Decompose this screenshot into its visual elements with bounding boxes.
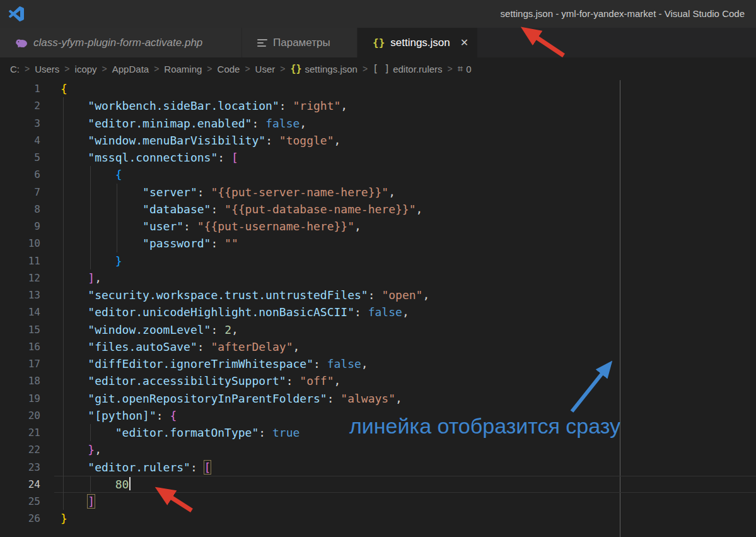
line-number[interactable]: 16 — [0, 338, 40, 355]
breadcrumb-item-appdata[interactable]: AppData — [112, 64, 149, 74]
code-line-8[interactable]: 8 "database": "{{put-database-name-here}… — [0, 201, 756, 218]
code-line-7[interactable]: 7 "server": "{{put-server-name-here}}", — [0, 184, 756, 201]
line-number[interactable]: 3 — [0, 115, 40, 132]
line-number[interactable]: 19 — [0, 390, 40, 407]
code-text: "security.workspace.trust.untrustedFiles… — [61, 286, 429, 304]
line-number[interactable]: 4 — [0, 132, 40, 149]
breadcrumb-item-users[interactable]: Users — [35, 64, 59, 74]
code-line-16[interactable]: 16 "files.autoSave": "afterDelay", — [0, 338, 756, 355]
code-line-3[interactable]: 3 "editor.minimap.enabled": false, — [0, 115, 756, 132]
line-number[interactable]: 23 — [0, 459, 40, 476]
code-text: "workbench.sideBar.location": "right", — [61, 97, 347, 114]
breadcrumb-item-roaming[interactable]: Roaming — [164, 64, 202, 74]
line-number[interactable]: 21 — [0, 424, 40, 441]
line-number[interactable]: 22 — [0, 441, 40, 458]
code-line-22[interactable]: 22 }, — [0, 441, 756, 458]
line-number[interactable]: 13 — [0, 286, 40, 304]
tab-label: settings.json — [390, 37, 450, 49]
breadcrumb-item-code[interactable]: Code — [218, 64, 240, 74]
line-number[interactable]: 18 — [0, 372, 40, 389]
code-line-24[interactable]: 24 80 — [0, 476, 756, 493]
code-line-15[interactable]: 15 "window.zoomLevel": 2, — [0, 321, 756, 338]
breadcrumb-label: settings.json — [305, 64, 358, 74]
code-text: } — [61, 252, 122, 269]
code-line-4[interactable]: 4 "window.menuBarVisibility": "toggle", — [0, 132, 756, 149]
line-number[interactable]: 15 — [0, 321, 40, 338]
line-number[interactable]: 2 — [0, 97, 40, 114]
breadcrumb: C:>Users>icopy>AppData>Roaming>Code>User… — [0, 57, 756, 80]
code-line-13[interactable]: 13 "security.workspace.trust.untrustedFi… — [0, 286, 756, 304]
code-line-17[interactable]: 17 "diffEditor.ignoreTrimWhitespace": fa… — [0, 355, 756, 372]
tab-settings-ui[interactable]: Параметры — [242, 28, 358, 57]
code-line-1[interactable]: 1{ — [0, 80, 756, 97]
line-number[interactable]: 26 — [0, 510, 40, 527]
tab-label: Параметры — [273, 37, 330, 49]
line-number[interactable]: 25 — [0, 493, 40, 510]
code-text: { — [61, 166, 122, 183]
line-number[interactable]: 6 — [0, 166, 40, 183]
chevron-right-icon: > — [280, 64, 285, 74]
line-number[interactable]: 12 — [0, 269, 40, 286]
code-line-5[interactable]: 5 "mssql.connections": [ — [0, 149, 756, 166]
code-line-26[interactable]: 26} — [0, 510, 756, 527]
breadcrumb-item-icopy[interactable]: icopy — [75, 64, 97, 74]
code-line-6[interactable]: 6 { — [0, 166, 756, 183]
chevron-right-icon: > — [448, 64, 453, 74]
close-icon[interactable]: ✕ — [460, 38, 468, 48]
breadcrumb-item-c-[interactable]: C: — [10, 64, 20, 74]
code-editor[interactable]: 1{2 "workbench.sideBar.location": "right… — [0, 80, 756, 537]
code-text: "database": "{{put-database-name-here}}"… — [61, 201, 422, 218]
breadcrumb-label: AppData — [112, 64, 149, 74]
line-number[interactable]: 20 — [0, 407, 40, 424]
breadcrumb-label: icopy — [75, 64, 97, 74]
code-text: "diffEditor.ignoreTrimWhitespace": false… — [61, 355, 368, 372]
vscode-logo-icon — [9, 6, 24, 21]
line-number[interactable]: 24 — [0, 476, 40, 493]
text-cursor — [129, 477, 131, 490]
code-line-20[interactable]: 20 "[python]": { — [0, 407, 756, 424]
line-number[interactable]: 5 — [0, 149, 40, 166]
code-line-2[interactable]: 2 "workbench.sideBar.location": "right", — [0, 97, 756, 114]
code-line-19[interactable]: 19 "git.openRepositoryInParentFolders": … — [0, 390, 756, 407]
line-number[interactable]: 8 — [0, 201, 40, 218]
code-line-23[interactable]: 23 "editor.rulers": [ — [0, 459, 756, 476]
line-number[interactable]: 17 — [0, 355, 40, 372]
tab-label: class-yfym-plugin-form-activate.php — [33, 37, 202, 49]
line-number[interactable]: 1 — [0, 80, 40, 97]
code-text: "editor.accessibilitySupport": "off", — [61, 372, 340, 389]
tab-settings-json[interactable]: {} settings.json ✕ — [358, 28, 478, 57]
code-line-11[interactable]: 11 } — [0, 252, 756, 269]
php-icon — [15, 38, 28, 48]
code-line-21[interactable]: 21 "editor.formatOnType": true — [0, 424, 756, 441]
code-text: "mssql.connections": [ — [61, 149, 238, 166]
code-line-25[interactable]: 25 ] — [0, 493, 756, 510]
breadcrumb-label: User — [255, 64, 276, 74]
code-text: "user": "{{put-username-here}}", — [61, 218, 361, 235]
line-number[interactable]: 7 — [0, 184, 40, 201]
code-line-9[interactable]: 9 "user": "{{put-username-here}}", — [0, 218, 756, 235]
line-number[interactable]: 11 — [0, 252, 40, 269]
tab-class-yfym-plugin-form-activate-php[interactable]: class-yfym-plugin-form-activate.php — [0, 28, 242, 57]
breadcrumb-label: Code — [218, 64, 240, 74]
json-braces-icon: {} — [373, 37, 385, 49]
code-line-14[interactable]: 14 "editor.unicodeHighlight.nonBasicASCI… — [0, 304, 756, 321]
title-bar: settings.json - yml-for-yandex-market - … — [0, 0, 756, 28]
breadcrumb-item-0[interactable]: ⌗0 — [458, 63, 472, 74]
breadcrumb-label: 0 — [466, 64, 471, 74]
line-number[interactable]: 10 — [0, 235, 40, 252]
line-number[interactable]: 9 — [0, 218, 40, 235]
breadcrumb-label: Users — [35, 64, 59, 74]
code-text: ] — [61, 493, 95, 510]
braces-symbol-icon: {} — [290, 63, 301, 74]
code-line-18[interactable]: 18 "editor.accessibilitySupport": "off", — [0, 372, 756, 389]
code-line-12[interactable]: 12 ], — [0, 269, 756, 286]
code-line-10[interactable]: 10 "password": "" — [0, 235, 756, 252]
breadcrumb-item-settings-json[interactable]: {}settings.json — [290, 63, 357, 74]
line-number[interactable]: 14 — [0, 304, 40, 321]
number-symbol-icon: ⌗ — [458, 63, 463, 74]
breadcrumb-item-user[interactable]: User — [255, 64, 276, 74]
code-text: } — [61, 510, 67, 527]
breadcrumb-item-editor-rulers[interactable]: [ ]editor.rulers — [373, 63, 442, 74]
chevron-right-icon: > — [363, 64, 368, 74]
chevron-right-icon: > — [245, 64, 250, 74]
